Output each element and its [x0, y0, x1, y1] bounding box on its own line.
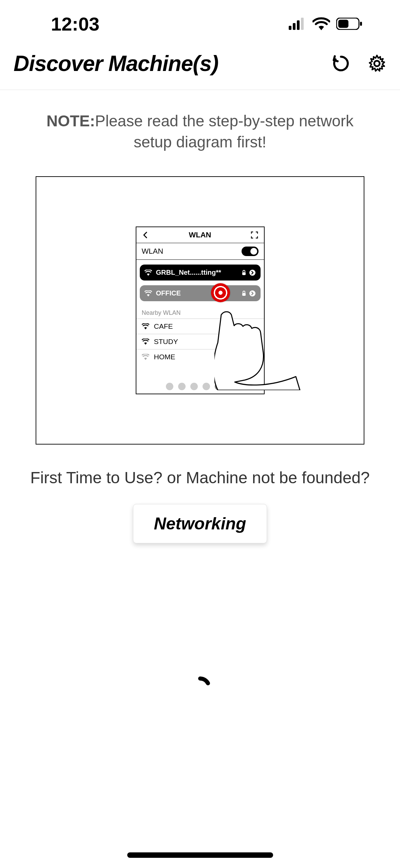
lock-icon — [242, 270, 246, 275]
scan-icon — [251, 231, 258, 239]
page-title: Discover Machine(s) — [14, 51, 218, 76]
svg-rect-0 — [289, 26, 291, 30]
nearby-network: HOME — [136, 349, 264, 364]
status-icons — [289, 17, 380, 30]
settings-button[interactable] — [367, 54, 386, 73]
setup-note: NOTE:Please read the step-by-step networ… — [0, 90, 400, 166]
wlan-toggle-row: WLAN — [136, 243, 264, 260]
setup-diagram: WLAN WLAN GRBL_Net......tting** OFFICE N… — [36, 176, 364, 445]
connected-network: GRBL_Net......tting** — [140, 265, 261, 281]
wlan-label: WLAN — [142, 247, 164, 256]
nearby-name: STUDY — [154, 338, 178, 346]
battery-icon — [336, 18, 363, 30]
note-text: Please read the step-by-step network set… — [95, 112, 354, 151]
page-dots — [136, 378, 264, 394]
nearby-name: HOME — [154, 353, 175, 361]
wifi-small-icon — [142, 354, 149, 360]
page-dot-active — [215, 383, 222, 390]
chevron-circle-icon — [249, 269, 256, 276]
page-dot — [166, 383, 173, 390]
page-dot — [190, 383, 198, 390]
wlan-mock-phone: WLAN WLAN GRBL_Net......tting** OFFICE N… — [136, 227, 265, 394]
loading-spinner — [188, 676, 212, 700]
svg-rect-5 — [338, 20, 348, 28]
lock-icon — [242, 291, 246, 296]
svg-rect-2 — [297, 20, 300, 30]
svg-rect-8 — [242, 272, 246, 275]
mock-header: WLAN — [136, 227, 264, 243]
first-time-prompt: First Time to Use? or Machine not be fou… — [0, 468, 400, 487]
svg-point-11 — [249, 290, 255, 296]
selected-network: OFFICE — [140, 285, 261, 301]
mock-title: WLAN — [189, 231, 211, 239]
wifi-small-icon — [145, 290, 152, 296]
chevron-circle-icon — [249, 290, 256, 297]
page-dot — [178, 383, 186, 390]
status-bar: 12:03 — [0, 0, 400, 44]
svg-rect-12 — [247, 357, 250, 359]
wifi-small-icon — [142, 323, 149, 329]
status-time: 12:03 — [51, 13, 99, 35]
wifi-small-icon — [145, 270, 152, 276]
cellular-icon — [289, 18, 306, 30]
header: Discover Machine(s) — [0, 44, 400, 90]
page-dot — [227, 383, 234, 390]
refresh-button[interactable] — [331, 54, 350, 73]
tap-indicator — [211, 283, 230, 302]
wlan-toggle — [242, 247, 259, 256]
header-actions — [331, 54, 386, 73]
wifi-small-icon — [142, 339, 149, 345]
nearby-label: Nearby WLAN — [136, 306, 264, 319]
lock-icon — [246, 354, 251, 360]
svg-rect-1 — [293, 23, 296, 30]
selected-name: OFFICE — [156, 289, 181, 297]
nearby-network: CAFE — [136, 319, 264, 334]
page-dot — [203, 383, 210, 390]
chevron-right-icon — [254, 354, 259, 360]
svg-point-7 — [374, 61, 380, 66]
note-label: NOTE: — [46, 112, 95, 130]
networking-button[interactable]: Networking — [133, 504, 267, 543]
nearby-network: STUDY — [136, 334, 264, 349]
back-arrow-icon — [142, 231, 149, 239]
wifi-icon — [312, 17, 330, 30]
svg-rect-3 — [301, 18, 304, 30]
svg-point-9 — [249, 270, 255, 276]
nearby-name: CAFE — [154, 322, 173, 330]
svg-rect-6 — [360, 22, 362, 26]
connected-name: GRBL_Net......tting** — [156, 269, 221, 276]
home-indicator — [127, 852, 273, 858]
svg-rect-10 — [242, 293, 246, 296]
